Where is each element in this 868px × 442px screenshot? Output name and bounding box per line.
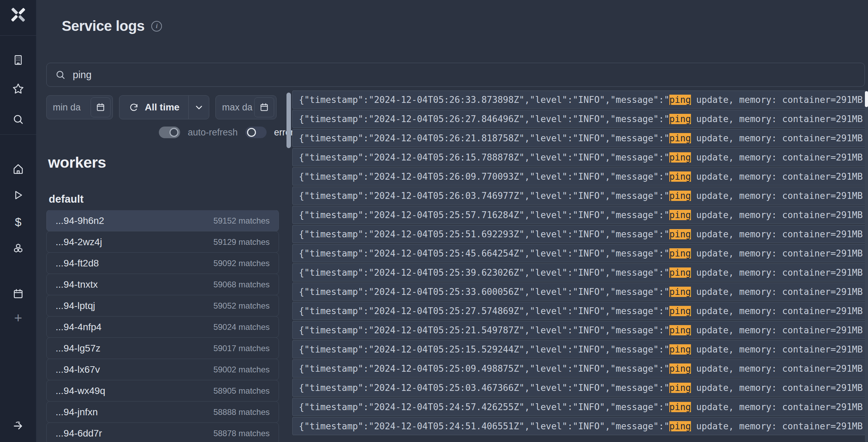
log-row[interactable]: {"timestamp":"2024-12-04T05:25:57.716284… xyxy=(292,206,867,224)
building-icon[interactable] xyxy=(11,53,25,67)
toggle-knob xyxy=(247,128,256,137)
worker-match-count: 58888 matches xyxy=(213,407,270,417)
search-match-highlight: ping xyxy=(669,383,691,393)
cubes-icon[interactable] xyxy=(11,242,25,256)
log-scrollbar-right-track xyxy=(865,91,868,442)
log-scrollbar-left-thumb[interactable] xyxy=(286,93,291,148)
log-row[interactable]: {"timestamp":"2024-12-04T05:26:03.746977… xyxy=(292,187,867,205)
max-date-field[interactable] xyxy=(215,95,277,119)
log-line: {"timestamp":"2024-12-04T05:26:09.770093… xyxy=(299,171,863,182)
worker-match-count: 58905 matches xyxy=(213,386,270,396)
worker-group-label: default xyxy=(49,193,84,205)
worker-row[interactable]: ...94-ft2d859092 matches xyxy=(46,252,279,274)
worker-name: ...94-lptqj xyxy=(56,300,95,311)
worker-row[interactable]: ...94-lptqj59052 matches xyxy=(46,295,279,316)
search-nav-icon[interactable] xyxy=(11,112,25,126)
log-line: {"timestamp":"2024-12-04T05:25:57.716284… xyxy=(299,210,863,220)
log-row[interactable]: {"timestamp":"2024-12-04T05:25:33.600056… xyxy=(292,283,867,301)
time-range-caret[interactable] xyxy=(188,96,209,119)
worker-row[interactable]: ...94-4nfp459024 matches xyxy=(46,316,279,338)
max-date-calendar-button[interactable] xyxy=(254,97,274,117)
info-icon[interactable]: i xyxy=(151,21,162,32)
errors-toggle[interactable] xyxy=(245,127,267,138)
sidebar-divider xyxy=(0,35,36,36)
search-input[interactable] xyxy=(73,69,856,81)
min-date-field[interactable] xyxy=(46,95,113,119)
worker-match-count: 59092 matches xyxy=(213,259,270,268)
search-match-highlight: ping xyxy=(669,344,691,355)
log-row[interactable]: {"timestamp":"2024-12-04T05:25:03.467366… xyxy=(292,379,867,397)
min-date-calendar-button[interactable] xyxy=(91,97,110,117)
log-line: {"timestamp":"2024-12-04T05:25:45.664254… xyxy=(299,248,863,259)
log-line: {"timestamp":"2024-12-04T05:25:33.600056… xyxy=(299,287,863,297)
worker-row[interactable]: ...94-lg57z59017 matches xyxy=(46,337,279,359)
log-line: {"timestamp":"2024-12-04T05:25:39.623026… xyxy=(299,267,863,278)
log-row[interactable]: {"timestamp":"2024-12-04T05:25:39.623026… xyxy=(292,263,867,282)
worker-name: ...94-6dd7r xyxy=(56,428,102,439)
star-icon[interactable] xyxy=(11,82,25,96)
home-icon[interactable] xyxy=(11,162,25,176)
log-row[interactable]: {"timestamp":"2024-12-04T05:25:45.664254… xyxy=(292,244,867,262)
time-range-button[interactable]: All time xyxy=(119,95,209,119)
log-panel: {"timestamp":"2024-12-04T05:26:33.873898… xyxy=(286,88,868,442)
sidebar: $ + xyxy=(0,0,36,442)
log-row[interactable]: {"timestamp":"2024-12-04T05:26:15.788878… xyxy=(292,148,867,166)
log-row[interactable]: {"timestamp":"2024-12-04T05:24:51.406551… xyxy=(292,417,867,435)
toggle-knob xyxy=(169,128,178,137)
max-date-input[interactable] xyxy=(222,102,254,113)
log-line: {"timestamp":"2024-12-04T05:25:15.529244… xyxy=(299,344,863,355)
log-row[interactable]: {"timestamp":"2024-12-04T05:25:21.549787… xyxy=(292,321,867,339)
log-row[interactable]: {"timestamp":"2024-12-04T05:26:09.770093… xyxy=(292,167,867,186)
auto-refresh-toggle[interactable] xyxy=(159,127,180,138)
worker-row[interactable]: ...94-jnfxn58888 matches xyxy=(46,401,279,423)
worker-row[interactable]: ...94-6dd7r58878 matches xyxy=(46,422,279,442)
arrow-right-icon[interactable] xyxy=(11,419,25,432)
log-line: {"timestamp":"2024-12-04T05:26:33.873898… xyxy=(299,95,863,105)
worker-row[interactable]: ...94-2wz4j59129 matches xyxy=(46,231,279,253)
log-scrollbar-right-thumb[interactable] xyxy=(865,91,868,107)
log-row[interactable]: {"timestamp":"2024-12-04T05:26:27.846496… xyxy=(292,110,867,128)
search-match-highlight: ping xyxy=(669,191,691,201)
play-icon[interactable] xyxy=(11,188,25,202)
plus-icon[interactable]: + xyxy=(11,311,25,325)
worker-row[interactable]: ...94-wx49q58905 matches xyxy=(46,380,279,402)
plus-glyph: + xyxy=(14,310,22,326)
time-range-main[interactable]: All time xyxy=(119,96,188,119)
page-title: Service logs xyxy=(62,18,144,34)
search-match-highlight: ping xyxy=(669,248,691,259)
search-match-highlight: ping xyxy=(669,306,691,316)
worker-row[interactable]: ...94-9h6n259152 matches xyxy=(46,210,279,231)
filter-row: All time xyxy=(46,95,277,119)
log-row[interactable]: {"timestamp":"2024-12-04T05:25:51.692293… xyxy=(292,225,867,243)
log-row[interactable]: {"timestamp":"2024-12-04T05:25:09.498875… xyxy=(292,359,867,378)
worker-name: ...94-9h6n2 xyxy=(56,215,104,226)
search-match-highlight: ping xyxy=(669,210,691,220)
log-row[interactable]: {"timestamp":"2024-12-04T05:25:15.529244… xyxy=(292,340,867,358)
worker-row[interactable]: ...94-tnxtx59068 matches xyxy=(46,274,279,295)
auto-refresh-label: auto-refresh xyxy=(188,127,238,138)
log-line: {"timestamp":"2024-12-04T05:26:03.746977… xyxy=(299,191,863,201)
refresh-icon xyxy=(128,102,139,113)
worker-match-count: 59024 matches xyxy=(213,322,270,332)
modal-logo[interactable] xyxy=(9,5,27,24)
log-line: {"timestamp":"2024-12-04T05:26:15.788878… xyxy=(299,152,863,163)
log-line: {"timestamp":"2024-12-04T05:25:09.498875… xyxy=(299,363,863,374)
search-match-highlight: ping xyxy=(669,152,691,163)
log-row[interactable]: {"timestamp":"2024-12-04T05:26:21.818758… xyxy=(292,129,867,147)
search-match-highlight: ping xyxy=(669,114,691,124)
worker-row[interactable]: ...94-lx67v59002 matches xyxy=(46,359,279,380)
dollar-icon[interactable]: $ xyxy=(11,215,25,229)
log-line: {"timestamp":"2024-12-04T05:26:21.818758… xyxy=(299,133,863,143)
worker-match-count: 59068 matches xyxy=(213,280,270,289)
search-match-highlight: ping xyxy=(669,421,691,431)
log-row[interactable]: {"timestamp":"2024-12-04T05:25:27.574869… xyxy=(292,302,867,320)
search-match-highlight: ping xyxy=(669,363,691,374)
log-line: {"timestamp":"2024-12-04T05:26:27.846496… xyxy=(299,114,863,124)
worker-name: ...94-jnfxn xyxy=(56,407,98,418)
min-date-input[interactable] xyxy=(53,102,90,113)
search-match-highlight: ping xyxy=(669,133,691,143)
calendar-nav-icon[interactable] xyxy=(11,287,25,301)
search-match-highlight: ping xyxy=(669,95,691,105)
log-row[interactable]: {"timestamp":"2024-12-04T05:26:33.873898… xyxy=(292,91,867,109)
log-row[interactable]: {"timestamp":"2024-12-04T05:24:57.426255… xyxy=(292,398,867,416)
